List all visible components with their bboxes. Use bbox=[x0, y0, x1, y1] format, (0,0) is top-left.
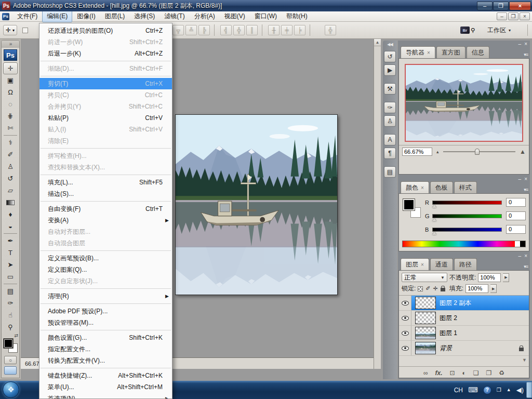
actions-panel-button[interactable]: ▶ bbox=[384, 64, 396, 76]
align-right-button[interactable]: ║ bbox=[246, 25, 258, 35]
brushes-panel-button[interactable]: ✑ bbox=[384, 102, 396, 113]
layer-thumbnail[interactable] bbox=[415, 342, 436, 354]
eraser-tool[interactable]: ▱ bbox=[3, 184, 18, 196]
auto-align-button[interactable]: ╬ bbox=[325, 25, 336, 35]
foreground-color-swatch[interactable] bbox=[403, 199, 415, 210]
menu-item-free-transform[interactable]: 自由变换(F)Ctrl+T bbox=[39, 203, 172, 215]
tab-close-icon[interactable]: × bbox=[421, 262, 424, 268]
slider-handle[interactable] bbox=[475, 149, 480, 155]
distribute-edges-button[interactable]: ╞ bbox=[294, 25, 305, 35]
auto-select-checkbox[interactable] bbox=[22, 28, 28, 33]
menu-help[interactable]: 帮助(H) bbox=[282, 10, 312, 22]
layer-mask-icon[interactable]: ⊡ bbox=[449, 370, 455, 376]
speaker-icon[interactable]: ◀) bbox=[516, 387, 524, 393]
show-hidden-icons[interactable]: ▲ bbox=[507, 388, 511, 392]
type-tool[interactable]: T bbox=[3, 247, 18, 259]
panel-close-icon[interactable]: × bbox=[524, 42, 527, 47]
menu-window[interactable]: 窗口(W) bbox=[250, 10, 282, 22]
layer-thumbnail[interactable] bbox=[415, 297, 436, 309]
panel-minimize-icon[interactable]: – bbox=[518, 177, 522, 182]
gradient-tool[interactable] bbox=[3, 196, 18, 208]
layer-row-2[interactable]: 图层 2 bbox=[399, 311, 529, 326]
menu-filter[interactable]: 滤镜(T) bbox=[159, 10, 189, 22]
tab-navigator[interactable]: 导航器× bbox=[401, 46, 435, 58]
menu-image[interactable]: 图像(I) bbox=[72, 10, 100, 22]
layer-row-background[interactable]: 背景 bbox=[399, 341, 529, 356]
show-desktop-button[interactable] bbox=[526, 382, 532, 398]
visibility-cell[interactable] bbox=[399, 296, 411, 310]
fill-spinner[interactable]: ▶ bbox=[490, 284, 497, 293]
zoom-out-icon[interactable]: ▴ bbox=[436, 149, 439, 154]
workspace-dropdown[interactable]: 工作区 ▾ bbox=[482, 24, 516, 36]
notes-tool[interactable]: ▤ bbox=[3, 285, 18, 297]
scroll-down-icon[interactable]: ▼ bbox=[522, 357, 527, 363]
path-selection-tool[interactable]: ➤ bbox=[3, 259, 18, 271]
menu-item-define-pattern[interactable]: 定义图案(Q)... bbox=[39, 264, 172, 275]
lasso-tool[interactable]: Ω bbox=[3, 86, 18, 98]
menu-item-preset-manager[interactable]: 预设管理器(M)... bbox=[39, 317, 172, 328]
blur-tool[interactable]: ♦ bbox=[3, 208, 18, 220]
menu-item-paste[interactable]: 粘贴(P)Ctrl+V bbox=[39, 112, 172, 124]
menu-file[interactable]: 文件(F) bbox=[12, 10, 42, 22]
healing-brush-tool[interactable]: ⚕ bbox=[3, 137, 18, 149]
green-value-field[interactable]: 0 bbox=[506, 211, 526, 220]
doc-close-button[interactable]: × bbox=[520, 12, 530, 20]
shape-tool[interactable]: ▭ bbox=[3, 271, 18, 283]
tab-channels[interactable]: 通道 bbox=[430, 258, 453, 270]
menu-item-define-brush-preset[interactable]: 定义画笔预设(B)... bbox=[39, 252, 172, 264]
tab-styles[interactable]: 样式 bbox=[454, 181, 477, 193]
tab-close-icon[interactable]: × bbox=[421, 185, 424, 191]
panel-menu-icon[interactable]: ▾≡ bbox=[524, 52, 528, 57]
eye-icon[interactable] bbox=[402, 301, 409, 305]
panel-menu-icon[interactable]: ▾≡ bbox=[524, 187, 528, 192]
eye-icon[interactable] bbox=[402, 316, 409, 321]
menu-view[interactable]: 视图(V) bbox=[220, 10, 250, 22]
move-tool[interactable]: ✛ bbox=[3, 62, 18, 74]
help-icon[interactable]: ? bbox=[483, 386, 491, 394]
menu-item-purge[interactable]: 清理(R)▶ bbox=[39, 290, 172, 302]
align-bottom-button[interactable]: ╠ bbox=[198, 25, 210, 35]
pen-tool[interactable]: ✒ bbox=[3, 235, 18, 247]
panel-close-icon[interactable]: × bbox=[524, 177, 527, 182]
menu-item-color-settings[interactable]: 颜色设置(G)...Shift+Ctrl+K bbox=[39, 332, 172, 343]
blue-value-field[interactable]: 0 bbox=[506, 225, 526, 234]
panel-menu-icon[interactable]: ▾≡ bbox=[524, 264, 528, 269]
paragraph-panel-button[interactable]: ¶ bbox=[384, 148, 396, 159]
layer-row-1[interactable]: 图层 1 bbox=[399, 326, 529, 341]
screen-mode-button[interactable] bbox=[4, 366, 17, 375]
menu-layer[interactable]: 图层(L) bbox=[100, 10, 130, 22]
window-tray-icon[interactable]: ❐ bbox=[497, 388, 501, 393]
align-hcenter-button[interactable]: ╬ bbox=[233, 25, 245, 35]
align-vcenter-button[interactable]: ╩ bbox=[185, 25, 197, 35]
new-layer-icon[interactable]: ❐ bbox=[486, 370, 492, 376]
slice-tool[interactable]: ✄ bbox=[3, 122, 18, 134]
dodge-tool[interactable]: ◒ bbox=[3, 220, 18, 232]
menu-item-fill[interactable]: 填充(L)...Shift+F5 bbox=[39, 177, 172, 188]
panel-minimize-icon[interactable]: – bbox=[518, 42, 522, 47]
visibility-cell[interactable] bbox=[399, 311, 411, 325]
tab-histogram[interactable]: 直方图 bbox=[436, 46, 466, 58]
layer-row-copy[interactable]: 图层 2 副本 bbox=[399, 296, 529, 311]
restore-button[interactable]: ❐ bbox=[493, 2, 509, 10]
slider-thumb[interactable] bbox=[432, 232, 436, 235]
layer-style-icon[interactable]: fx. bbox=[435, 370, 442, 376]
tab-paths[interactable]: 路径 bbox=[454, 258, 477, 270]
menu-edit[interactable]: 编辑(E) bbox=[42, 10, 72, 22]
tab-info[interactable]: 信息 bbox=[467, 46, 489, 58]
canvas[interactable] bbox=[175, 114, 338, 295]
eye-icon[interactable] bbox=[402, 346, 409, 351]
align-top-button[interactable]: ╦ bbox=[172, 25, 184, 35]
panel-close-icon[interactable]: × bbox=[524, 254, 527, 259]
menu-item-transform[interactable]: 变换(A)▶ bbox=[39, 215, 172, 226]
zoom-in-icon[interactable]: ▲ bbox=[520, 148, 526, 155]
layer-comps-panel-button[interactable]: ▤ bbox=[384, 166, 396, 178]
history-brush-tool[interactable]: ↺ bbox=[3, 172, 18, 184]
navigator-preview[interactable] bbox=[405, 64, 523, 142]
toolbox-expand-button[interactable]: » bbox=[2, 41, 19, 48]
red-slider[interactable] bbox=[432, 201, 502, 205]
crop-tool[interactable]: ⋕ bbox=[3, 110, 18, 122]
character-panel-button[interactable]: A bbox=[384, 134, 396, 145]
opacity-field[interactable]: 100% bbox=[478, 273, 501, 282]
adjustment-layer-icon[interactable]: ◐ bbox=[462, 370, 466, 376]
foreground-color-swatch[interactable] bbox=[3, 338, 14, 349]
